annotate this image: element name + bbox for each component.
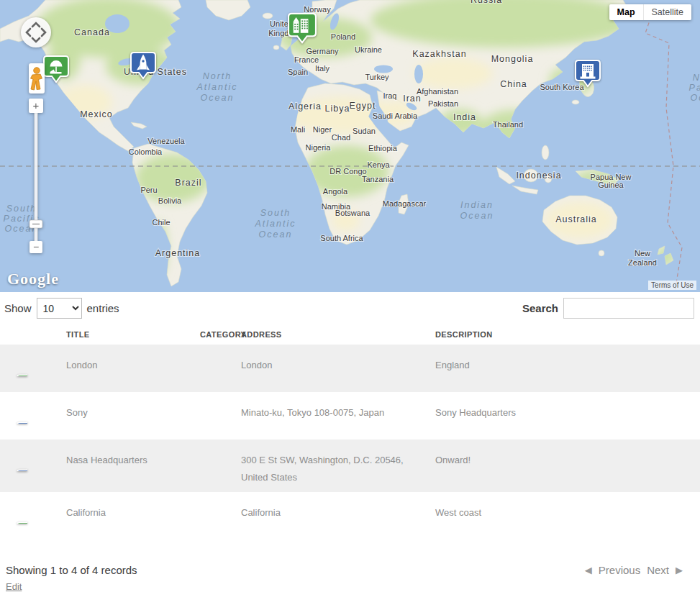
- satellite-button[interactable]: Satellite: [643, 4, 691, 20]
- svg-text:Mexico: Mexico: [80, 109, 113, 119]
- svg-text:Australia: Australia: [555, 214, 597, 224]
- header-title[interactable]: TITLE: [60, 323, 194, 345]
- svg-text:Italy: Italy: [315, 64, 330, 73]
- table-footer: Showing 1 to 4 of 4 records ◀ Previous N…: [0, 564, 700, 576]
- google-map[interactable]: Canada United States Mexico Venezuela Co…: [0, 0, 700, 292]
- row-category: [194, 392, 235, 440]
- svg-text:France: France: [294, 55, 319, 64]
- svg-text:Algeria: Algeria: [288, 101, 322, 111]
- svg-text:Tanzania: Tanzania: [362, 175, 394, 183]
- next-button[interactable]: Next: [647, 564, 669, 576]
- svg-text:Botswana: Botswana: [335, 209, 371, 217]
- pegman-icon[interactable]: [29, 63, 45, 94]
- svg-text:Chad: Chad: [332, 133, 350, 142]
- zoom-out-label: −: [33, 241, 39, 252]
- svg-text:Turkey: Turkey: [365, 73, 389, 81]
- rocket-marker-icon: [0, 440, 60, 492]
- table-row: Nasa Headquarters 300 E St SW, Washingto…: [0, 440, 700, 492]
- svg-text:Spain: Spain: [288, 68, 308, 76]
- svg-text:Argentina: Argentina: [155, 248, 201, 258]
- svg-text:Pacific: Pacific: [689, 83, 700, 93]
- svg-text:Brazil: Brazil: [175, 178, 201, 188]
- svg-text:Thailand: Thailand: [493, 120, 523, 129]
- header-category[interactable]: CATEGORY: [194, 323, 235, 345]
- svg-text:Kazakhstan: Kazakhstan: [412, 49, 466, 59]
- page-size-select[interactable]: 10: [37, 298, 82, 319]
- svg-text:Iraq: Iraq: [383, 91, 397, 100]
- svg-text:Poland: Poland: [331, 32, 355, 41]
- svg-text:Norway: Norway: [304, 5, 331, 14]
- row-address: California: [235, 492, 429, 539]
- row-title: Nasa Headquarters: [60, 440, 194, 492]
- row-category: [194, 440, 235, 492]
- svg-text:Saudi Arabia: Saudi Arabia: [373, 111, 418, 120]
- header-description[interactable]: DESCRIPTION: [429, 323, 700, 345]
- svg-text:Atlantic: Atlantic: [196, 82, 238, 92]
- zoom-in-label: +: [33, 99, 40, 111]
- svg-text:Zealand: Zealand: [628, 258, 657, 267]
- svg-text:North: North: [693, 73, 700, 83]
- city-marker-icon: [0, 345, 60, 392]
- svg-text:South: South: [260, 208, 291, 218]
- terms-of-use-link[interactable]: Terms of Use: [648, 281, 696, 290]
- pan-control[interactable]: [21, 17, 51, 47]
- table-header: TITLE CATEGORY ADDRESS DESCRIPTION: [0, 323, 700, 345]
- svg-text:China: China: [500, 79, 527, 89]
- svg-text:India: India: [453, 112, 476, 122]
- row-description: England: [429, 345, 700, 392]
- svg-text:Egypt: Egypt: [350, 101, 376, 111]
- svg-text:Madagascar: Madagascar: [383, 199, 427, 208]
- showing-records-info: Showing 1 to 4 of 4 records: [6, 564, 137, 576]
- row-title: London: [60, 345, 194, 392]
- svg-text:Kenya: Kenya: [367, 160, 390, 169]
- row-address: Minato-ku, Tokyo 108-0075, Japan: [235, 392, 429, 440]
- edit-link[interactable]: Edit: [6, 581, 22, 592]
- svg-text:Nigeria: Nigeria: [306, 143, 332, 152]
- previous-arrow-icon[interactable]: ◀: [585, 565, 592, 575]
- building-marker-icon: [0, 392, 60, 440]
- search-input[interactable]: [563, 298, 694, 319]
- google-logo[interactable]: Google: [7, 270, 59, 288]
- svg-text:Sudan: Sudan: [353, 127, 376, 135]
- svg-text:Pakistan: Pakistan: [428, 99, 458, 108]
- svg-text:South: South: [6, 204, 37, 214]
- svg-text:Ethiopia: Ethiopia: [368, 144, 398, 152]
- svg-text:Afghanistan: Afghanistan: [417, 87, 458, 96]
- svg-text:Niger: Niger: [313, 125, 332, 134]
- pagination: ◀ Previous Next ▶: [585, 564, 683, 576]
- svg-text:South Africa: South Africa: [320, 234, 363, 242]
- svg-text:Ukraine: Ukraine: [355, 45, 382, 54]
- beach-marker-icon: [0, 492, 60, 539]
- svg-text:Angola: Angola: [323, 187, 348, 196]
- svg-text:Atlantic: Atlantic: [255, 219, 296, 229]
- svg-text:South Korea: South Korea: [540, 83, 584, 91]
- show-label: Show: [4, 302, 32, 314]
- svg-text:Mongolia: Mongolia: [491, 54, 534, 64]
- svg-text:Ocean: Ocean: [201, 93, 235, 103]
- previous-button[interactable]: Previous: [599, 564, 640, 576]
- next-arrow-icon[interactable]: ▶: [676, 565, 683, 575]
- header-icon-column: [0, 323, 60, 345]
- svg-text:Peru: Peru: [140, 186, 157, 194]
- table-row: California California West coast: [0, 492, 700, 539]
- search-label: Search: [522, 302, 558, 314]
- svg-text:Libya: Libya: [325, 104, 350, 114]
- svg-text:DR Congo: DR Congo: [329, 167, 366, 176]
- row-address: 300 E St SW, Washington, D.C. 20546, Uni…: [235, 440, 429, 492]
- row-category: [194, 492, 235, 539]
- svg-text:Indian: Indian: [460, 200, 494, 210]
- svg-text:Ocean: Ocean: [460, 211, 494, 221]
- svg-text:Ocean: Ocean: [259, 229, 293, 240]
- map-button[interactable]: Map: [609, 4, 643, 20]
- svg-text:Chile: Chile: [152, 218, 170, 227]
- svg-text:Colombia: Colombia: [129, 147, 163, 156]
- row-category: [194, 345, 235, 392]
- svg-text:Indonesia: Indonesia: [516, 170, 561, 181]
- svg-text:Guinea: Guinea: [598, 181, 624, 189]
- svg-text:New: New: [635, 249, 650, 258]
- row-title: Sony: [60, 392, 194, 440]
- svg-text:Mali: Mali: [291, 125, 305, 134]
- svg-text:Bolivia: Bolivia: [158, 196, 182, 205]
- header-address[interactable]: ADDRESS: [235, 323, 429, 345]
- row-description: Sony Headquarters: [429, 392, 700, 440]
